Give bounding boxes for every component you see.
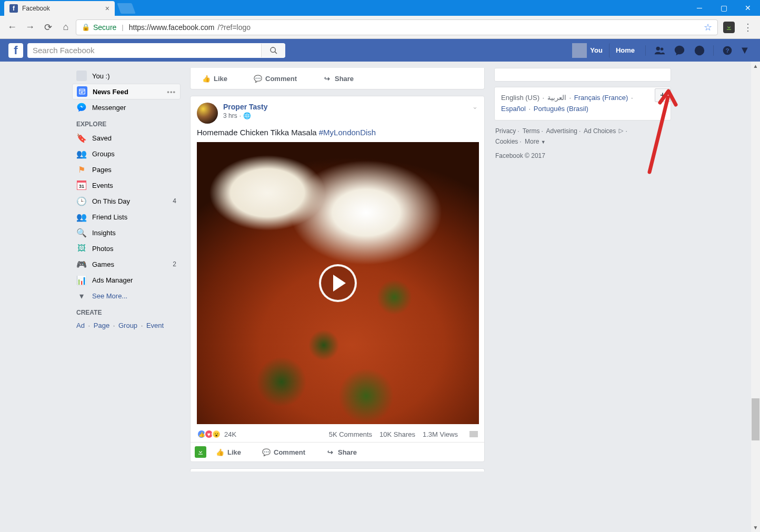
search-button[interactable] [261, 44, 285, 57]
create-link-page[interactable]: Page [94, 322, 109, 329]
sidebar-item-groups[interactable]: 👥Groups [72, 146, 181, 162]
post-options-icon[interactable]: ⌄ [472, 103, 478, 111]
footer-links: Privacy· Terms· Advertising· Ad Choices … [494, 126, 671, 147]
home-link[interactable]: Home [609, 43, 641, 58]
thumbs-up-icon: 👍 [216, 448, 224, 456]
comments-count[interactable]: 5K Comments [329, 430, 372, 438]
copyright-text: Facebook © 2017 [494, 152, 671, 159]
create-link-group[interactable]: Group [118, 322, 137, 329]
page-scrollbar[interactable]: ▲ ▼ [751, 62, 760, 532]
svg-text:?: ? [725, 47, 729, 54]
window-maximize-button[interactable]: ▢ [712, 0, 736, 16]
browser-menu-button[interactable]: ⋮ [740, 22, 756, 33]
language-option[interactable]: Español [501, 105, 526, 113]
search-input[interactable] [27, 46, 261, 55]
play-icon[interactable] [319, 264, 357, 302]
sidebar-item-label: Photos [92, 245, 113, 253]
shares-count[interactable]: 10K Shares [379, 430, 415, 438]
home-button[interactable]: ⌂ [58, 19, 74, 35]
post-author-link[interactable]: Proper Tasty [223, 103, 268, 111]
sidebar-item-insights[interactable]: 🔍Insights [72, 225, 181, 240]
create-link-ad[interactable]: Ad [76, 322, 85, 329]
sidebar-item-games[interactable]: 🎮Games2 [72, 256, 181, 272]
sidebar-item-photos[interactable]: 🖼Photos [72, 240, 181, 256]
post-hashtag-link[interactable]: #MyLondonDish [319, 128, 376, 137]
window-minimize-button[interactable]: ─ [687, 0, 712, 16]
post-video[interactable] [197, 142, 479, 424]
audience-public-icon[interactable]: 🌐 [243, 112, 251, 119]
settings-dropdown-icon[interactable]: ▼ [740, 43, 749, 58]
profile-link[interactable]: You [567, 43, 608, 58]
reactions-summary[interactable]: 👍 ♥ 😮 [197, 429, 221, 439]
add-language-button[interactable]: + [655, 88, 671, 102]
sidebar-item-label: Games [92, 260, 114, 268]
thumbs-up-icon: 👍 [202, 74, 211, 83]
sidebar-item-events[interactable]: 31Events [72, 177, 181, 193]
sidebar-profile[interactable]: You :) [72, 68, 181, 84]
reactions-count[interactable]: 24K [224, 430, 236, 438]
post-timestamp[interactable]: 3 hrs [223, 112, 237, 119]
messages-icon[interactable] [672, 43, 687, 58]
scroll-thumb[interactable] [752, 398, 759, 440]
footer-link[interactable]: Ad Choices [584, 127, 616, 135]
download-post-button[interactable] [195, 446, 206, 458]
language-option[interactable]: Português (Brasil) [534, 105, 588, 113]
new-tab-button[interactable] [117, 3, 135, 14]
comment-button[interactable]: 💬 Comment [257, 445, 311, 459]
sidebar-see-more[interactable]: ▾ See More... [72, 288, 181, 304]
chevron-down-icon[interactable]: ▼ [541, 139, 546, 145]
sidebar-newsfeed[interactable]: News Feed ••• [72, 84, 181, 99]
sidebar-item-icon: 31 [76, 180, 87, 190]
download-extension-icon[interactable] [723, 22, 735, 33]
sidebar-item-icon: 🖼 [76, 243, 87, 254]
sidebar-item-label: Pages [92, 166, 112, 174]
secure-label: Secure [93, 23, 116, 32]
language-option[interactable]: العربية [547, 94, 566, 102]
scroll-down-icon[interactable]: ▼ [751, 523, 760, 532]
sidebar-item-friend-lists[interactable]: 👥Friend Lists [72, 209, 181, 225]
sidebar-item-saved[interactable]: 🔖Saved [72, 130, 181, 146]
bookmark-star-icon[interactable]: ☆ [704, 22, 712, 33]
like-button[interactable]: 👍 Like [197, 71, 233, 86]
sidebar-item-label: Insights [92, 229, 116, 237]
browser-tab[interactable]: f Facebook × [4, 1, 115, 16]
notifications-icon[interactable] [692, 43, 707, 58]
help-icon[interactable]: ? [720, 43, 735, 58]
sidebar-messenger[interactable]: Messenger [72, 99, 181, 115]
svg-line-2 [275, 52, 277, 54]
facebook-logo[interactable]: f [8, 43, 23, 58]
footer-link[interactable]: Advertising [546, 127, 577, 135]
language-option[interactable]: Français (France) [574, 94, 628, 102]
create-link-event[interactable]: Event [146, 322, 164, 329]
footer-link[interactable]: Terms [523, 127, 540, 135]
friend-requests-icon[interactable] [652, 43, 667, 58]
comment-button[interactable]: 💬 Comment [248, 71, 302, 86]
window-close-button[interactable]: ✕ [736, 0, 760, 16]
tab-close-icon[interactable]: × [105, 4, 109, 13]
language-current: English (US) [501, 94, 539, 102]
newsfeed-options-icon[interactable]: ••• [167, 88, 176, 96]
browser-toolbar: ← → ⟳ ⌂ 🔒 Secure | https://www.facebook.… [0, 16, 760, 39]
share-button[interactable]: ↪ Share [318, 71, 359, 86]
footer-link[interactable]: More [525, 138, 539, 145]
like-button[interactable]: 👍 Like [211, 445, 246, 459]
footer-link[interactable]: Privacy [495, 127, 516, 135]
reload-button[interactable]: ⟳ [40, 19, 56, 35]
window-titlebar: f Facebook × ─ ▢ ✕ [0, 0, 760, 16]
sidebar-item-label: Ads Manager [92, 276, 133, 284]
sidebar-item-pages[interactable]: ⚑Pages [72, 162, 181, 177]
views-chart-icon[interactable] [469, 431, 478, 437]
sidebar-item-on-this-day[interactable]: 🕒On This Day4 [72, 193, 181, 209]
footer-link[interactable]: Cookies [495, 138, 518, 145]
scroll-up-icon[interactable]: ▲ [751, 62, 760, 71]
profile-avatar [572, 43, 587, 58]
back-button[interactable]: ← [4, 19, 20, 35]
address-bar[interactable]: 🔒 Secure | https://www.facebook.com/?ref… [76, 19, 718, 35]
sidebar-item-ads-manager[interactable]: 📊Ads Manager [72, 272, 181, 288]
post-author-avatar[interactable] [197, 103, 218, 124]
share-button[interactable]: ↪ Share [321, 445, 362, 459]
tab-title: Facebook [22, 5, 101, 12]
post-text: Homemade Chicken Tikka Masala #MyLondonD… [191, 128, 484, 142]
forward-button[interactable]: → [22, 19, 38, 35]
language-selector-card: English (US) · العربية · Français (Franc… [494, 87, 671, 121]
